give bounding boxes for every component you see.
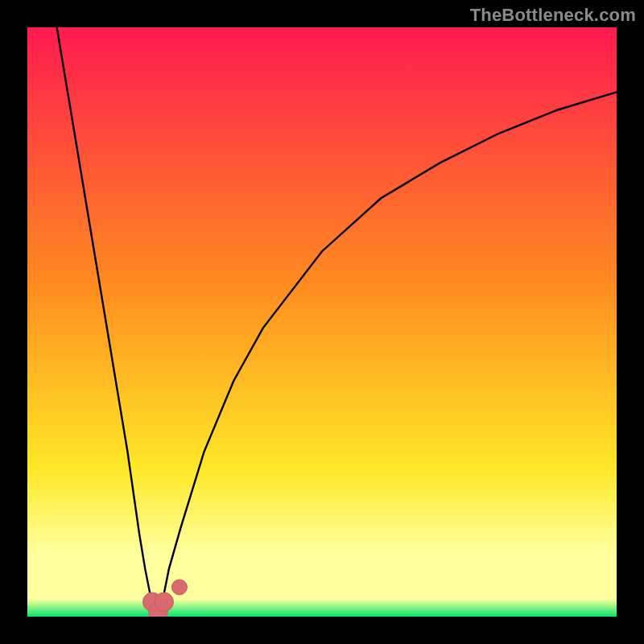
attribution-text: TheBottleneck.com — [470, 5, 636, 26]
marker-right-dot — [171, 580, 187, 595]
curve-layer — [27, 27, 617, 617]
marker-right-lobe — [155, 592, 173, 611]
plot-area — [27, 27, 617, 617]
outer-frame: TheBottleneck.com — [0, 0, 644, 644]
bottleneck-curve — [57, 27, 617, 617]
